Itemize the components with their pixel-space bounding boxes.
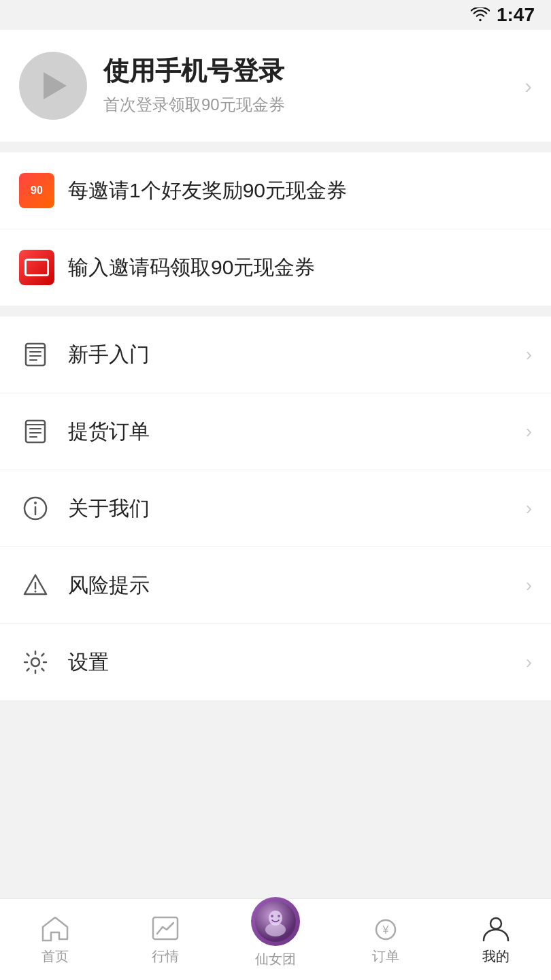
- svg-rect-0: [26, 344, 45, 365]
- nav-label-fairy: 仙女团: [255, 950, 296, 968]
- svg-rect-5: [26, 421, 45, 442]
- nav-item-order[interactable]: ¥ 订单: [331, 913, 441, 966]
- profile-chevron-icon: ›: [524, 74, 532, 99]
- nav-item-mine[interactable]: 我的: [441, 913, 551, 966]
- menu-label-orders: 提货订单: [68, 418, 510, 446]
- nav-label-market: 行情: [152, 947, 179, 966]
- nav-item-market[interactable]: 行情: [110, 913, 220, 966]
- warning-icon: [19, 569, 52, 602]
- nav-item-home[interactable]: 首页: [0, 913, 110, 966]
- chart-icon: [149, 913, 182, 943]
- menu-list: 新手入门 › 提货订单 › 关于我们 ›: [0, 316, 551, 700]
- menu-item-settings[interactable]: 设置 ›: [0, 624, 551, 700]
- book-icon-guide: [19, 338, 52, 371]
- promo-bag-icon: [19, 173, 54, 208]
- menu-label-about: 关于我们: [68, 495, 510, 523]
- promo-ticket-icon: [19, 250, 54, 285]
- svg-point-12: [34, 502, 37, 504]
- promo-card: 每邀请1个好友奖励90元现金券 输入邀请码领取90元现金券: [0, 152, 551, 306]
- svg-point-20: [271, 915, 273, 917]
- svg-point-24: [490, 918, 501, 929]
- nav-label-home: 首页: [41, 947, 69, 966]
- svg-text:¥: ¥: [382, 924, 389, 936]
- nav-label-mine: 我的: [482, 947, 510, 966]
- menu-label-risk: 风险提示: [68, 572, 510, 600]
- promo-item-code[interactable]: 输入邀请码领取90元现金券: [0, 229, 551, 306]
- profile-subtitle: 首次登录领取90元现金券: [103, 94, 508, 116]
- nav-label-order: 订单: [372, 947, 399, 966]
- chevron-guide-icon: ›: [526, 344, 532, 365]
- menu-item-orders[interactable]: 提货订单 ›: [0, 393, 551, 470]
- svg-point-19: [265, 923, 286, 936]
- chevron-orders-icon: ›: [526, 421, 532, 442]
- wifi-icon: [471, 7, 490, 22]
- promo-item-invite[interactable]: 每邀请1个好友奖励90元现金券: [0, 152, 551, 229]
- menu-label-settings: 设置: [68, 649, 510, 676]
- book-icon-orders: [19, 415, 52, 448]
- user-icon: [480, 913, 512, 943]
- menu-item-risk[interactable]: 风险提示 ›: [0, 547, 551, 624]
- promo-code-text: 输入邀请码领取90元现金券: [68, 254, 315, 282]
- bottom-nav: 首页 行情: [0, 898, 551, 980]
- info-icon: [19, 492, 52, 525]
- avatar: [19, 52, 87, 120]
- ticket-inner: [24, 259, 49, 276]
- nav-item-fairy[interactable]: 仙女团: [220, 911, 331, 968]
- chevron-risk-icon: ›: [526, 574, 532, 596]
- profile-title: 使用手机号登录: [103, 56, 508, 87]
- profile-card[interactable]: 使用手机号登录 首次登录领取90元现金券 ›: [0, 30, 551, 142]
- chevron-about-icon: ›: [526, 497, 532, 519]
- menu-label-guide: 新手入门: [68, 341, 510, 369]
- svg-point-21: [278, 915, 280, 917]
- menu-item-guide[interactable]: 新手入门 ›: [0, 316, 551, 393]
- svg-point-14: [35, 591, 37, 593]
- menu-item-about[interactable]: 关于我们 ›: [0, 470, 551, 547]
- status-bar: 1:47: [0, 0, 551, 30]
- home-icon: [39, 913, 71, 943]
- svg-point-15: [31, 658, 39, 666]
- fairy-avatar: [251, 897, 300, 946]
- profile-info: 使用手机号登录 首次登录领取90元现金券: [103, 56, 508, 116]
- order-icon: ¥: [369, 913, 402, 943]
- play-icon: [44, 72, 67, 99]
- chevron-settings-icon: ›: [526, 651, 532, 673]
- promo-invite-text: 每邀请1个好友奖励90元现金券: [68, 177, 347, 205]
- gear-icon: [19, 646, 52, 679]
- status-time: 1:47: [497, 4, 535, 26]
